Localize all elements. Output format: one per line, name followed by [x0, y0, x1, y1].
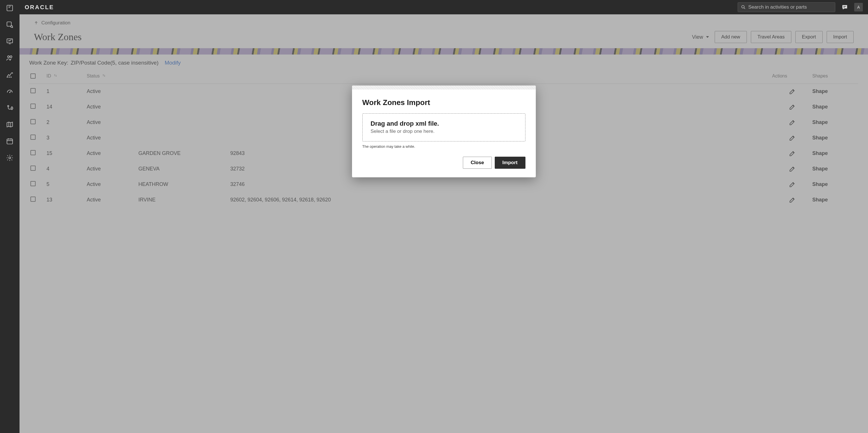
svg-point-6 — [7, 77, 7, 77]
nav-trend-icon[interactable] — [6, 71, 14, 79]
messages-icon[interactable] — [840, 3, 849, 11]
svg-point-11 — [12, 108, 12, 108]
top-bar: ORACLE A — [20, 0, 868, 14]
modal-overlay[interactable]: Work Zones Import Drag and drop xml file… — [20, 14, 868, 433]
svg-point-10 — [7, 105, 9, 106]
oracle-logo: ORACLE — [25, 4, 54, 11]
user-avatar[interactable]: A — [854, 3, 863, 11]
global-search[interactable] — [738, 2, 835, 12]
nav-settings-icon[interactable] — [6, 154, 14, 162]
nav-route-icon[interactable] — [6, 104, 14, 112]
svg-point-7 — [9, 77, 9, 77]
page-content: Configuration Work Zones View Add new Tr… — [20, 14, 868, 433]
svg-point-4 — [7, 56, 9, 58]
nav-calendar-icon[interactable] — [6, 137, 14, 145]
left-nav-rail — [0, 0, 20, 433]
dropzone-title: Drag and drop xml file. — [371, 120, 517, 127]
search-icon — [741, 5, 746, 10]
dropzone-sub: Select a file or drop one here. — [371, 129, 517, 134]
modal-grip-strip — [352, 86, 536, 90]
import-modal: Work Zones Import Drag and drop xml file… — [352, 86, 536, 177]
search-input[interactable] — [748, 4, 832, 10]
svg-point-9 — [9, 92, 10, 93]
modal-note: The operation may take a while. — [362, 144, 525, 148]
modal-close-button[interactable]: Close — [463, 157, 492, 169]
svg-rect-12 — [7, 139, 12, 144]
nav-monitor-icon[interactable] — [6, 37, 14, 45]
svg-point-5 — [10, 56, 12, 58]
modal-title: Work Zones Import — [362, 98, 525, 107]
svg-point-13 — [9, 157, 11, 159]
nav-home-icon[interactable] — [6, 4, 14, 12]
nav-map-icon[interactable] — [6, 121, 14, 129]
nav-gauge-icon[interactable] — [6, 87, 14, 95]
svg-point-14 — [742, 5, 744, 8]
modal-import-button[interactable]: Import — [495, 157, 525, 169]
svg-rect-1 — [7, 22, 11, 26]
svg-point-8 — [11, 77, 11, 77]
file-dropzone[interactable]: Drag and drop xml file. Select a file or… — [362, 113, 525, 141]
nav-people-icon[interactable] — [6, 54, 14, 62]
nav-assets-icon[interactable] — [6, 21, 14, 29]
